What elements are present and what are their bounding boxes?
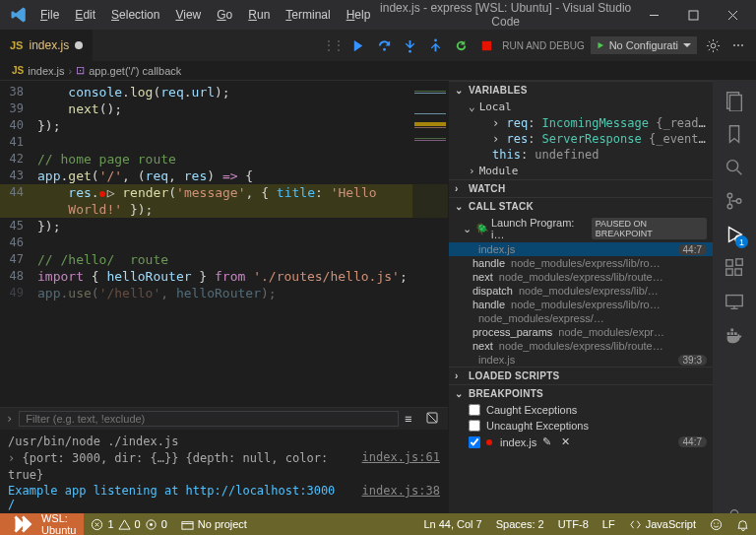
breakpoints-section-header[interactable]: ⌄BREAKPOINTS	[449, 385, 713, 402]
console-row[interactable]: /usr/bin/node ./index.js	[8, 434, 440, 450]
code-line[interactable]: 39 next();	[0, 100, 448, 117]
breadcrumb[interactable]: JS index.js › ⊡ app.get('/') callback	[0, 61, 756, 81]
callstack-section-header[interactable]: ⌄CALL STACK	[449, 198, 713, 215]
code-line[interactable]: 49app.use('/hello', helloRouter);	[0, 285, 448, 301]
bookmarks-button[interactable]	[721, 120, 748, 148]
breakpoint-checkbox[interactable]	[469, 420, 480, 432]
code-line[interactable]: 48import { helloRouter } from './routes/…	[0, 268, 448, 285]
code-line[interactable]: World!' });	[0, 201, 448, 218]
svg-rect-16	[735, 269, 741, 275]
console-row[interactable]: /	[8, 498, 440, 511]
console-row[interactable]: Example app listening at http://localhos…	[8, 484, 440, 498]
edit-icon[interactable]: ✎	[542, 435, 555, 448]
clear-console-button[interactable]	[426, 412, 442, 427]
code-line[interactable]: 47// /hello/ route	[0, 251, 448, 268]
debug-session[interactable]: ⌄ 🪲 Launch Program: i… PAUSED ON BREAKPO…	[449, 215, 713, 242]
problems-indicator[interactable]: 1 0 0	[84, 513, 173, 535]
stack-frame[interactable]: index.js44:7	[449, 242, 713, 256]
stack-frame[interactable]: index.js39:3	[449, 353, 713, 367]
code-line[interactable]: 42// home page route	[0, 151, 448, 167]
debug-settings-button[interactable]	[703, 38, 723, 53]
local-scope[interactable]: ⌄Local	[449, 99, 713, 115]
language-mode[interactable]: JavaScript	[622, 513, 703, 535]
project-indicator[interactable]: No project	[174, 513, 254, 535]
indentation-indicator[interactable]: Spaces: 2	[489, 513, 551, 535]
chevron-right-icon: ›	[69, 65, 73, 77]
code-line[interactable]: 40});	[0, 117, 448, 134]
search-button[interactable]	[721, 154, 748, 181]
breakpoint-row[interactable]: Caught Exceptions	[449, 402, 713, 418]
breakpoint-row[interactable]: Uncaught Exceptions	[449, 418, 713, 434]
variables-section-header[interactable]: ⌄VARIABLES	[449, 82, 713, 99]
code-line[interactable]: 43app.get('/', (req, res) => {	[0, 167, 448, 184]
breakpoint-row[interactable]: index.js✎✕44:7	[449, 434, 713, 450]
code-line[interactable]: 41	[0, 134, 448, 151]
minimize-button[interactable]	[634, 0, 673, 30]
window-title: index.js - express [WSL: Ubuntu] - Visua…	[377, 1, 634, 29]
remote-explorer-button[interactable]	[721, 288, 748, 315]
docker-button[interactable]	[721, 321, 748, 349]
step-into-button[interactable]	[400, 35, 419, 55]
menu-edit[interactable]: Edit	[68, 4, 102, 26]
encoding-indicator[interactable]: UTF-8	[551, 513, 596, 535]
tab-label: index.js	[29, 38, 69, 52]
breakpoint-checkbox[interactable]	[469, 436, 480, 448]
breakpoint-dot-icon	[486, 439, 492, 445]
stack-frame[interactable]: handlenode_modules/express/lib/ro…	[449, 298, 713, 311]
module-scope[interactable]: ›Module	[449, 163, 713, 179]
stop-button[interactable]	[476, 35, 496, 55]
editor-tab-indexjs[interactable]: JS index.js	[0, 30, 94, 61]
loadedscripts-section-header[interactable]: ›LOADED SCRIPTS	[449, 368, 713, 384]
notifications-button[interactable]	[729, 513, 756, 535]
code-line[interactable]: 44 res.▷ render('message', { title: 'Hel…	[0, 184, 448, 201]
menu-selection[interactable]: Selection	[104, 4, 166, 26]
continue-button[interactable]	[348, 35, 368, 55]
variable-row[interactable]: › req: IncomingMessage {_readableStat…	[449, 115, 713, 131]
run-debug-button[interactable]: 1	[721, 221, 748, 248]
git-button[interactable]	[721, 187, 748, 215]
extensions-button[interactable]	[721, 254, 748, 282]
eol-indicator[interactable]: LF	[596, 513, 622, 535]
chevron-right-icon: ›	[6, 412, 13, 426]
svg-point-25	[711, 519, 721, 529]
debug-config-select[interactable]: No Configurati	[591, 36, 697, 54]
step-out-button[interactable]	[425, 35, 445, 55]
stack-frame[interactable]: dispatchnode_modules/express/lib/…	[449, 284, 713, 298]
menu-help[interactable]: Help	[340, 4, 378, 26]
filter-mode-button[interactable]: ≡	[405, 412, 420, 426]
menu-view[interactable]: View	[168, 4, 208, 26]
variable-row[interactable]: › res: ServerResponse {_events: {…}, …	[449, 131, 713, 147]
stack-frame[interactable]: process_paramsnode_modules/expr…	[449, 325, 713, 339]
console-row[interactable]: › {port: 3000, dir: {…}} {depth: null, c…	[8, 450, 440, 484]
code-line[interactable]: 38 console.log(req.url);	[0, 84, 448, 100]
title-bar: FileEditSelectionViewGoRunTerminalHelp i…	[0, 0, 756, 30]
variable-row[interactable]: this: undefined	[449, 147, 713, 163]
drag-handle-icon[interactable]: ⋮⋮	[323, 38, 343, 52]
watch-section-header[interactable]: ›WATCH	[449, 180, 713, 197]
close-button[interactable]	[713, 0, 752, 30]
stack-frame[interactable]: nextnode_modules/express/lib/route…	[449, 270, 713, 284]
console-filter-input[interactable]	[19, 411, 399, 427]
breakpoint-checkbox[interactable]	[469, 404, 480, 416]
feedback-button[interactable]	[703, 513, 729, 535]
menu-terminal[interactable]: Terminal	[279, 4, 337, 26]
menu-go[interactable]: Go	[210, 4, 239, 26]
minimap[interactable]	[412, 81, 448, 407]
explorer-button[interactable]	[721, 87, 748, 114]
cursor-position[interactable]: Ln 44, Col 7	[416, 513, 488, 535]
code-editor[interactable]: 38 console.log(req.url);39 next();40});4…	[0, 81, 448, 407]
stack-frame[interactable]: nextnode_modules/express/lib/route…	[449, 339, 713, 353]
stack-frame[interactable]: handlenode_modules/express/lib/ro…	[449, 256, 713, 270]
more-actions-button[interactable]: ⋯	[728, 38, 748, 52]
maximize-button[interactable]	[673, 0, 713, 30]
close-icon[interactable]: ✕	[561, 435, 574, 448]
remote-indicator[interactable]: WSL: Ubuntu	[0, 513, 84, 535]
menu-run[interactable]: Run	[241, 4, 277, 26]
svg-rect-15	[726, 269, 732, 275]
code-line[interactable]: 45});	[0, 218, 448, 234]
code-line[interactable]: 46	[0, 234, 448, 251]
stack-frame[interactable]: node_modules/express/…	[449, 311, 713, 325]
step-over-button[interactable]	[374, 35, 394, 55]
restart-button[interactable]	[451, 35, 471, 55]
menu-file[interactable]: File	[33, 4, 66, 26]
